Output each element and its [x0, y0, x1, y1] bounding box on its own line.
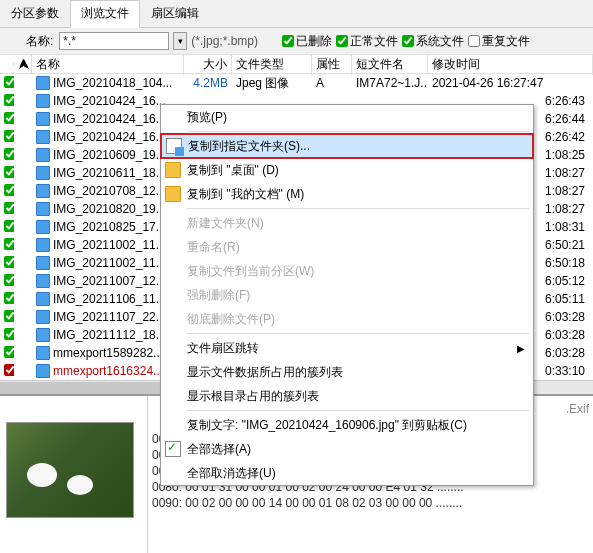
- file-icon: [36, 202, 50, 216]
- row-check[interactable]: [4, 364, 14, 376]
- table-row[interactable]: IMG_20210418_104... 4.2MB Jpeg 图像 A IM7A…: [0, 74, 593, 92]
- row-check[interactable]: [4, 166, 14, 178]
- chk-repeat[interactable]: 重复文件: [468, 33, 530, 50]
- col-attr[interactable]: 属性: [312, 54, 352, 75]
- file-icon: [36, 256, 50, 270]
- menu-perm-delete[interactable]: 彻底删除文件(P): [161, 307, 533, 331]
- context-menu: 预览(P) 复制到指定文件夹(S)... 复制到 "桌面" (D) 复制到 "我…: [160, 104, 534, 486]
- thumbnail-image: [6, 422, 134, 518]
- menu-deselect-all[interactable]: 全部取消选择(U): [161, 461, 533, 485]
- menu-new-folder[interactable]: 新建文件夹(N): [161, 211, 533, 235]
- row-check[interactable]: [4, 238, 14, 250]
- menu-force-delete[interactable]: 强制删除(F): [161, 283, 533, 307]
- row-check[interactable]: [4, 184, 14, 196]
- file-icon: [36, 148, 50, 162]
- file-icon: [36, 94, 50, 108]
- file-icon: [36, 328, 50, 342]
- menu-copy-to-folder[interactable]: 复制到指定文件夹(S)...: [160, 133, 534, 159]
- row-check[interactable]: [4, 346, 14, 358]
- row-check[interactable]: [4, 292, 14, 304]
- row-check[interactable]: [4, 130, 14, 142]
- check-icon: [165, 441, 181, 457]
- menu-copy-docs[interactable]: 复制到 "我的文档" (M): [161, 182, 533, 206]
- file-icon: [36, 364, 50, 378]
- tab-sector[interactable]: 扇区编辑: [140, 0, 210, 27]
- file-icon: [36, 310, 50, 324]
- row-check[interactable]: [4, 310, 14, 322]
- col-sfn[interactable]: 短文件名: [352, 54, 428, 75]
- menu-copy-text[interactable]: 复制文字: "IMG_20210424_160906.jpg" 到剪贴板(C): [161, 413, 533, 437]
- col-up[interactable]: ⮝: [14, 55, 32, 73]
- row-check[interactable]: [4, 256, 14, 268]
- file-icon: [36, 130, 50, 144]
- tab-partition[interactable]: 分区参数: [0, 0, 70, 27]
- tab-bar: 分区参数 浏览文件 扇区编辑: [0, 0, 593, 28]
- folder-icon: [165, 186, 181, 202]
- name-label: 名称:: [26, 33, 53, 50]
- chk-normal[interactable]: 正常文件: [336, 33, 398, 50]
- col-type[interactable]: 文件类型: [232, 54, 312, 75]
- row-check[interactable]: [4, 274, 14, 286]
- chk-system[interactable]: 系统文件: [402, 33, 464, 50]
- filter-ext: (*.jpg;*.bmp): [191, 34, 258, 48]
- folder-icon: [165, 162, 181, 178]
- filter-bar: 名称: ▾ (*.jpg;*.bmp) 已删除 正常文件 系统文件 重复文件: [0, 28, 593, 54]
- file-icon: [36, 292, 50, 306]
- menu-copy-desktop[interactable]: 复制到 "桌面" (D): [161, 158, 533, 182]
- name-filter-input[interactable]: [59, 32, 169, 50]
- file-icon: [36, 220, 50, 234]
- menu-copy-to-partition[interactable]: 复制文件到当前分区(W): [161, 259, 533, 283]
- row-check[interactable]: [4, 328, 14, 340]
- tab-browse[interactable]: 浏览文件: [70, 0, 140, 28]
- menu-select-all[interactable]: 全部选择(A): [161, 437, 533, 461]
- submenu-arrow-icon: ▶: [517, 343, 525, 354]
- col-mod[interactable]: 修改时间: [428, 54, 593, 75]
- thumbnail-pane: [0, 396, 148, 553]
- col-name[interactable]: 名称: [32, 54, 184, 75]
- row-check[interactable]: [4, 112, 14, 124]
- file-icon: [36, 112, 50, 126]
- file-icon: [36, 346, 50, 360]
- menu-rename[interactable]: 重命名(R): [161, 235, 533, 259]
- filter-dropdown[interactable]: ▾: [173, 32, 187, 50]
- row-check[interactable]: [4, 202, 14, 214]
- paste-icon: [166, 138, 182, 154]
- row-check[interactable]: [4, 220, 14, 232]
- row-check[interactable]: [4, 76, 14, 88]
- col-size[interactable]: 大小: [184, 54, 232, 75]
- chk-deleted[interactable]: 已删除: [282, 33, 332, 50]
- row-check[interactable]: [4, 94, 14, 106]
- file-icon: [36, 166, 50, 180]
- table-header: ⮝ 名称 大小 文件类型 属性 短文件名 修改时间: [0, 54, 593, 74]
- file-icon: [36, 238, 50, 252]
- menu-data-clusters[interactable]: 显示文件数据所占用的簇列表: [161, 360, 533, 384]
- menu-root-clusters[interactable]: 显示根目录占用的簇列表: [161, 384, 533, 408]
- menu-sector-jump[interactable]: 文件扇区跳转▶: [161, 336, 533, 360]
- file-icon: [36, 274, 50, 288]
- row-check[interactable]: [4, 148, 14, 160]
- file-icon: [36, 76, 50, 90]
- menu-preview[interactable]: 预览(P): [161, 105, 533, 129]
- file-icon: [36, 184, 50, 198]
